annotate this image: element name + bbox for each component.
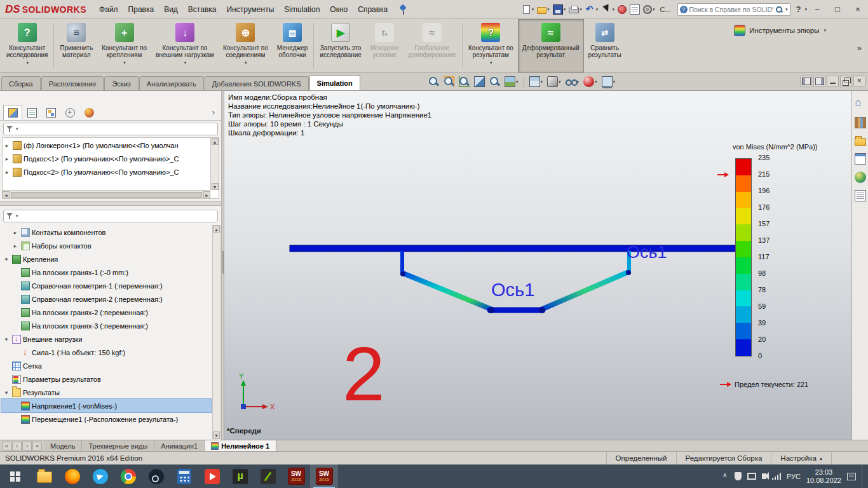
taskbar-firefox[interactable] — [58, 464, 86, 488]
doc-tab[interactable]: Нелинейное 1 — [205, 440, 276, 451]
scroll-down-icon[interactable]: ▼ — [212, 183, 219, 190]
study-tree-item[interactable]: На плоских гранях-3 (:переменная:) — [1, 319, 211, 332]
qat-print-button[interactable]: ▾ — [567, 4, 583, 15]
qat-new-file-button[interactable]: ▾ — [520, 3, 536, 16]
menu-item[interactable]: Simulation — [279, 0, 325, 19]
docwin-dock-left-button[interactable] — [800, 76, 812, 86]
taskbar-file-explorer[interactable] — [31, 464, 58, 488]
show-desktop-button[interactable] — [862, 464, 864, 488]
minimize-button[interactable]: − — [807, 2, 827, 17]
doctab-scroll-last-button[interactable]: » — [32, 442, 42, 451]
ribbon-button-connections-advisor[interactable]: Консультант посоединениям▾ — [219, 19, 273, 72]
assembly-tree-vertical-scrollbar[interactable]: ▲ ▼ — [210, 138, 219, 190]
ribbon-overflow-button[interactable]: » — [857, 43, 862, 53]
feature-tree-item[interactable]: ▸Подкос<2> (По умолчанию<<По умолчанию>_… — [3, 165, 208, 179]
qat-options-gear-button[interactable]: ▾ — [642, 3, 656, 15]
ribbon-button-external-loads-advisor[interactable]: Консультант повнешним нагрузкам▾ — [151, 19, 219, 72]
taskpane-file-explorer-button[interactable] — [855, 135, 866, 146]
taskbar-steam[interactable] — [142, 464, 170, 488]
panel-tab-configurationmanager[interactable] — [41, 105, 60, 120]
hud-magnified-selection-button[interactable] — [488, 75, 501, 88]
panel-flyout-arrow[interactable]: › — [208, 107, 219, 117]
qat-save-button[interactable]: ▾ — [552, 3, 567, 16]
language-indicator[interactable]: РУС — [787, 473, 801, 480]
taskbar-solidworks-2016-a[interactable]: SW2016 — [282, 464, 310, 488]
help-button[interactable]: ? — [793, 4, 804, 14]
taskbar-media-app[interactable] — [198, 464, 226, 488]
study-tree-item[interactable]: На плоских гранях-1 (:-0 mm:) — [1, 266, 211, 279]
ribbon-button-fixtures-advisor[interactable]: Консультант покреплениям▾ — [97, 19, 151, 72]
start-button[interactable] — [0, 464, 31, 488]
study-tree-item[interactable]: Напряжение1 (-vonMises-) — [1, 399, 211, 412]
maximize-button[interactable]: □ — [827, 2, 848, 17]
assembly-tree-horizontal-scrollbar[interactable]: ◄ ► — [3, 190, 210, 198]
taskbar-chrome[interactable] — [114, 464, 142, 488]
command-tab[interactable]: Эскиз — [104, 76, 138, 90]
expand-arrow-icon[interactable]: ▾ — [3, 390, 10, 396]
search-input[interactable] — [689, 6, 773, 13]
filter-dropdown-icon[interactable]: ▾ — [16, 214, 18, 219]
panel-tab-dimxpert[interactable] — [60, 105, 79, 120]
scroll-right-icon[interactable]: ► — [203, 191, 210, 198]
ribbon-button-compare-results[interactable]: Сравнитьрезультаты — [584, 19, 626, 72]
doctab-scroll-prev-button[interactable]: ‹ — [12, 442, 22, 451]
menu-item[interactable]: Инструменты — [221, 0, 279, 19]
filter-dropdown-icon[interactable]: ▾ — [16, 126, 18, 132]
study-tree-item[interactable]: ▸Наборы контактов — [1, 239, 211, 252]
plot-tools-button[interactable]: Инструменты эпюры ▾ — [734, 25, 826, 36]
search-scope-dropdown-icon[interactable]: ▾ — [785, 7, 788, 12]
study-tree-item[interactable]: ▸Контакты компонентов — [1, 226, 211, 239]
docwin-restore-button[interactable] — [840, 76, 852, 86]
action-center-icon[interactable] — [847, 473, 856, 480]
feature-tree-item[interactable]: ▸(ф) Лонжерон<1> (По умолчанию<<По умолч… — [3, 139, 208, 152]
command-tab[interactable]: Расположение — [41, 76, 104, 90]
doc-tab[interactable]: Трехмерные виды — [82, 440, 154, 451]
doc-tab[interactable]: Модель — [44, 440, 82, 451]
feature-tree-item[interactable]: ▸Подкос<1> (По умолчанию<<По умолчанию>_… — [3, 152, 208, 165]
command-tab[interactable]: Simulation — [309, 75, 360, 90]
taskpane-custom-properties-button[interactable] — [855, 190, 866, 201]
hud-view-settings-button[interactable]: ▾ — [600, 75, 617, 88]
tree-filter-field[interactable]: ▾ — [3, 123, 218, 135]
taskbar-utorrent[interactable] — [226, 464, 254, 488]
panel-tab-featuremanager[interactable] — [3, 105, 22, 120]
collapsed-toolbar-item[interactable]: С... — [660, 6, 670, 13]
ribbon-button-results-advisor[interactable]: Консультант порезультатам▾ — [464, 19, 518, 72]
hud-apply-scene-button[interactable]: ▾ — [503, 75, 520, 88]
scroll-up-icon[interactable]: ▲ — [213, 226, 220, 233]
taskpane-appearances-scenes-button[interactable] — [855, 172, 866, 183]
menu-item[interactable]: Вставка — [183, 0, 222, 19]
scroll-down-icon[interactable]: ▼ — [213, 431, 220, 438]
scrollbar-thumb[interactable] — [11, 192, 202, 198]
qat-open-file-button[interactable]: ▾ — [536, 4, 551, 15]
study-tree-item[interactable]: Справочная геометрия-1 (:переменная:) — [1, 279, 211, 292]
taskbar-solidworks-2016-b[interactable]: SW2016 — [310, 464, 338, 488]
qat-undo-button[interactable]: ▾ — [584, 3, 600, 16]
hud-view-orientation-button[interactable]: ▾ — [528, 75, 545, 88]
ribbon-button-shell-manager[interactable]: Менеджероболочки — [273, 19, 313, 72]
study-tree-scrollbar[interactable]: ▲ ▼ — [212, 225, 220, 439]
study-tree-item[interactable]: ▾Результаты — [1, 386, 211, 399]
pin-icon[interactable] — [399, 4, 407, 15]
study-tree-item[interactable]: Параметры результатов — [1, 372, 211, 386]
menu-item[interactable]: Файл — [94, 0, 123, 19]
hud-edit-appearance-button[interactable]: ▾ — [582, 75, 599, 88]
hud-display-style-button[interactable]: ▾ — [546, 75, 562, 88]
menu-item[interactable]: Правка — [123, 0, 159, 19]
menu-item[interactable]: Вид — [159, 0, 183, 19]
caret-icon[interactable]: ▴ — [820, 456, 822, 461]
tray-display-button[interactable] — [747, 473, 756, 480]
ribbon-button-run-study[interactable]: Запустить этоисследование — [315, 19, 366, 72]
command-tab[interactable]: Сборка — [1, 76, 41, 90]
hud-previous-view-button[interactable] — [458, 75, 471, 88]
docwin-minimize-button[interactable] — [827, 76, 839, 86]
command-tab[interactable]: Добавления SOLIDWORKS — [205, 76, 309, 90]
expand-arrow-icon[interactable]: ▸ — [11, 229, 19, 236]
taskbar-telegram[interactable] — [86, 464, 114, 488]
docwin-dock-right-button[interactable] — [813, 76, 825, 86]
scroll-up-icon[interactable]: ▲ — [212, 138, 219, 145]
taskpane-design-library-button[interactable] — [855, 117, 866, 128]
menu-item[interactable]: Справка — [353, 0, 393, 19]
doctab-scroll-first-button[interactable]: « — [2, 442, 11, 451]
study-tree-item[interactable]: На плоских гранях-2 (:переменная:) — [1, 306, 211, 319]
